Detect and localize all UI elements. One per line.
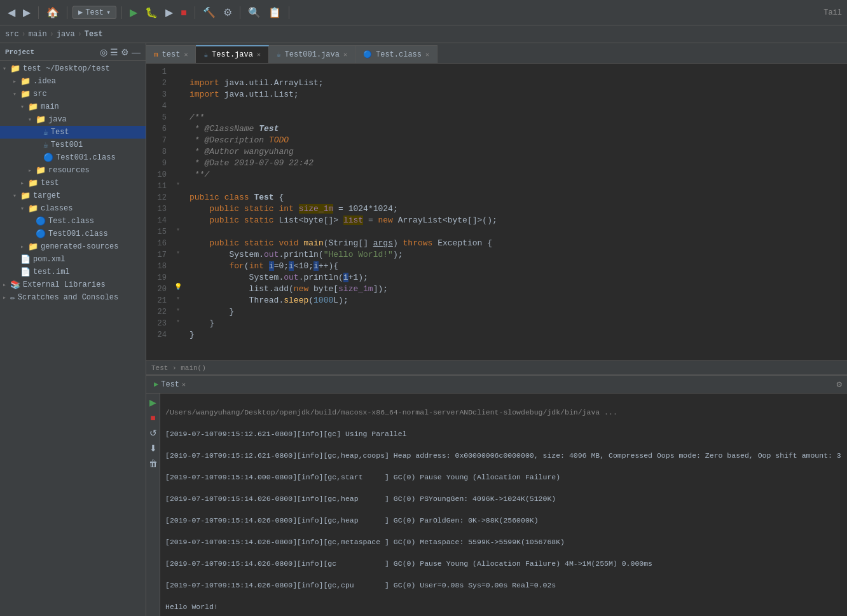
tree-item-src[interactable]: ▾ 📁 src [0, 88, 146, 100]
settings-button[interactable]: ⚙ [221, 5, 235, 20]
nav-main[interactable]: main [29, 30, 47, 39]
java-file-icon-001: ☕ [43, 140, 48, 150]
tab-class-icon: 🔵 [363, 50, 372, 58]
console-run-button[interactable]: ▶ [147, 396, 160, 409]
console-close-button[interactable]: ✕ [182, 381, 186, 388]
sidebar-close-button[interactable]: — [132, 47, 141, 57]
scratches-icon: ✏ [10, 292, 15, 303]
sidebar-title: Project [5, 48, 97, 56]
search-button[interactable]: 🔍 [245, 5, 263, 20]
tree-item-resources[interactable]: ▸ 📁 resources [0, 164, 146, 177]
tree-item-test001[interactable]: ☕ Test001 [0, 139, 146, 151]
console-tab-test[interactable]: ▶ Test ✕ [151, 380, 188, 389]
tree-arrow-test-folder: ▸ [20, 179, 28, 187]
run-config-dropdown-icon: ▾ [106, 8, 111, 17]
target-folder-icon: 📁 [20, 191, 31, 201]
tree-label-iml: test.iml [33, 268, 70, 277]
tree-item-test[interactable]: ☕ Test [0, 126, 146, 139]
breadcrumb-text: Test › main() [151, 364, 206, 372]
run-config-selector[interactable]: ▶ Test ▾ [72, 6, 116, 19]
jvm-path-text: /Users/wangyuhang/Desktop/openjdk/build/… [165, 408, 617, 416]
tab-test001-java[interactable]: ☕ Test001.java ✕ [269, 45, 355, 63]
stop-button[interactable]: ■ [178, 6, 189, 20]
nav-java[interactable]: java [57, 30, 75, 39]
tree-label-test-class: Test.class [48, 217, 94, 226]
sidebar-header: Project ◎ ☰ ⚙ — [0, 43, 146, 61]
console-rerun-button[interactable]: ↺ [147, 427, 160, 439]
tree-arrow-scratches: ▸ [3, 294, 10, 301]
console-output[interactable]: /Users/wangyuhang/Desktop/openjdk/build/… [160, 394, 847, 616]
class-file-icon-target: 🔵 [36, 229, 46, 239]
tab-test[interactable]: m test ✕ [146, 45, 196, 63]
tab-test-class[interactable]: 🔵 Test.class ✕ [355, 45, 437, 63]
console-stop-button[interactable]: ■ [147, 411, 160, 424]
tree-item-root[interactable]: ▾ 📁 test ~/Desktop/test [0, 62, 146, 75]
tree-label-java: java [48, 115, 67, 124]
sidebar-settings-button[interactable]: ⚙ [121, 47, 129, 57]
console-line-8: [2019-07-10T09:15:14.026-0800][info][gc,… [165, 580, 842, 591]
tree-arrow-generated: ▸ [20, 243, 28, 250]
console-line-3: [2019-07-10T09:15:14.000-0800][info][gc,… [165, 472, 842, 483]
tree-item-main[interactable]: ▾ 📁 main [0, 100, 146, 113]
nav-current[interactable]: Test [85, 30, 103, 39]
build-button[interactable]: 🔨 [200, 5, 218, 20]
vcs-button[interactable]: 📋 [266, 5, 284, 20]
tab-test-java[interactable]: ☕ Test.java ✕ [196, 45, 268, 63]
code-area[interactable]: import java.util.ArrayList; import java.… [184, 64, 847, 360]
tree-label-target: target [33, 191, 60, 200]
toolbar-separator-5 [240, 6, 240, 19]
tree-arrow-src: ▾ [13, 90, 20, 98]
sidebar-locate-button[interactable]: ◎ [100, 47, 107, 57]
tree-arrow-classes: ▾ [20, 205, 28, 212]
tree-item-target[interactable]: ▾ 📁 target [0, 189, 146, 202]
console-scroll-button[interactable]: ⬇ [147, 442, 160, 455]
tree-arrow-main: ▾ [20, 103, 28, 111]
tree-item-generated[interactable]: ▸ 📁 generated-sources [0, 240, 146, 253]
forward-button[interactable]: ▶ [20, 5, 33, 20]
tree-item-test-class[interactable]: 🔵 Test.class [0, 215, 146, 228]
tree-item-pom[interactable]: 📄 pom.xml [0, 253, 146, 266]
console-tab-icon: ▶ [154, 380, 158, 389]
tab-test-class-close[interactable]: ✕ [425, 51, 429, 58]
tree-item-test001-class[interactable]: 🔵 Test001.class [0, 151, 146, 164]
tree-item-scratches[interactable]: ▸ ✏ Scratches and Consoles [0, 291, 146, 304]
tree-item-ext-lib[interactable]: ▸ 📚 External Libraries [0, 278, 146, 291]
console-line-5: [2019-07-10T09:15:14.026-0800][info][gc,… [165, 515, 842, 526]
console-settings-button[interactable]: ⚙ [837, 379, 842, 390]
run-with-coverage-button[interactable]: ▶ [163, 5, 176, 20]
tree-item-java[interactable]: ▾ 📁 java [0, 113, 146, 126]
ext-lib-icon: 📚 [10, 280, 20, 290]
console-header: ▶ Test ✕ ⚙ [146, 376, 847, 394]
run-button[interactable]: ▶ [127, 5, 140, 20]
code-editor[interactable]: 1 2 3 4 5 6 7 8 9 10 11 12 13 14 [146, 64, 847, 360]
tree-item-iml[interactable]: 📄 test.iml [0, 266, 146, 278]
tab-test001-java-close[interactable]: ✕ [343, 51, 347, 58]
debug-button[interactable]: 🐛 [142, 5, 160, 20]
tab-test-close[interactable]: ✕ [184, 51, 188, 58]
tree-label-generated: generated-sources [41, 242, 118, 251]
project-tree: ▾ 📁 test ~/Desktop/test ▸ 📁 .idea ▾ 📁 sr… [0, 61, 146, 616]
sidebar-expand-button[interactable]: ☰ [110, 47, 118, 57]
java-file-icon: ☕ [43, 127, 48, 137]
classes-folder-icon: 📁 [28, 203, 38, 214]
nav-bar: src › main › java › Test [0, 25, 847, 43]
home-button[interactable]: 🏠 [44, 5, 62, 20]
tree-item-test-folder[interactable]: ▸ 📁 test [0, 177, 146, 189]
run-config-icon: ▶ [78, 8, 83, 17]
run-config-label: Test [85, 8, 104, 17]
toolbar-separator-1 [38, 6, 39, 19]
tree-item-idea[interactable]: ▸ 📁 .idea [0, 75, 146, 88]
tree-item-classes[interactable]: ▾ 📁 classes [0, 202, 146, 215]
console-line-1: [2019-07-10T09:15:12.621-0800][info][gc]… [165, 428, 842, 439]
tab-bar: m test ✕ ☕ Test.java ✕ ☕ Test001.java ✕ … [146, 43, 847, 64]
nav-src[interactable]: src [5, 30, 19, 39]
back-button[interactable]: ◀ [5, 5, 18, 20]
editor-breadcrumb: Test › main() [146, 360, 847, 374]
tree-item-test001-class-target[interactable]: 🔵 Test001.class [0, 228, 146, 240]
tree-arrow-ext-lib: ▸ [3, 281, 10, 289]
tree-label-scratches: Scratches and Consoles [18, 293, 118, 302]
tab-test-java-close[interactable]: ✕ [257, 51, 261, 58]
tree-label-classes: classes [41, 204, 72, 213]
tree-label-resources: resources [48, 166, 90, 175]
console-clear-button[interactable]: 🗑 [147, 457, 160, 470]
